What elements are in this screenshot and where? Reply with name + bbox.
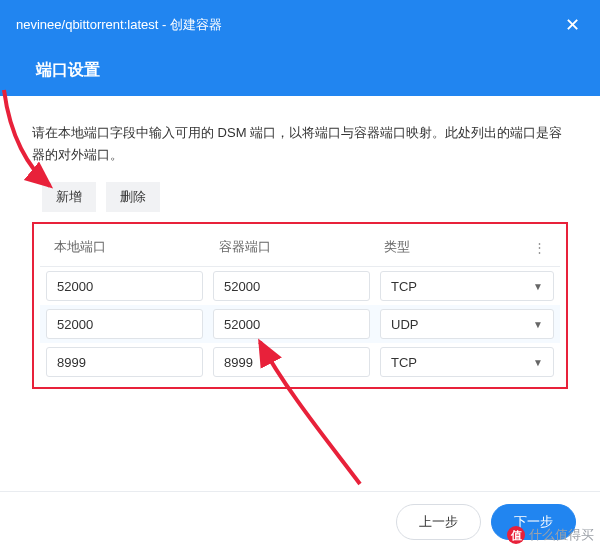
- create-container-modal: nevinee/qbittorrent:latest - 创建容器 ✕ 端口设置…: [0, 0, 600, 552]
- column-header-container[interactable]: 容器端口: [213, 238, 378, 256]
- modal-subtitle: 端口设置: [0, 40, 600, 99]
- close-button[interactable]: ✕: [561, 10, 584, 40]
- modal-title: nevinee/qbittorrent:latest - 创建容器: [16, 16, 222, 34]
- modal-footer: 上一步 下一步: [0, 491, 600, 552]
- type-value: TCP: [391, 279, 417, 294]
- column-header-type[interactable]: 类型: [378, 238, 527, 256]
- close-icon: ✕: [565, 15, 580, 35]
- modal-body: 请在本地端口字段中输入可用的 DSM 端口，以将端口与容器端口映射。此处列出的端…: [0, 96, 600, 389]
- description-text: 请在本地端口字段中输入可用的 DSM 端口，以将端口与容器端口映射。此处列出的端…: [32, 122, 568, 166]
- add-button[interactable]: 新增: [42, 182, 96, 212]
- modal-header: nevinee/qbittorrent:latest - 创建容器 ✕ 端口设置: [0, 0, 600, 96]
- chevron-down-icon: ▼: [533, 357, 543, 368]
- type-select[interactable]: TCP ▼: [380, 347, 554, 377]
- column-header-local[interactable]: 本地端口: [48, 238, 213, 256]
- local-port-input[interactable]: [46, 309, 203, 339]
- table-header-row: 本地端口 容器端口 类型 ⋮: [40, 228, 560, 267]
- type-select[interactable]: TCP ▼: [380, 271, 554, 301]
- chevron-down-icon: ▼: [533, 281, 543, 292]
- container-port-input[interactable]: [213, 309, 370, 339]
- container-port-input[interactable]: [213, 271, 370, 301]
- table-row[interactable]: TCP ▼: [40, 267, 560, 305]
- prev-button[interactable]: 上一步: [396, 504, 481, 540]
- local-port-input[interactable]: [46, 347, 203, 377]
- container-port-input[interactable]: [213, 347, 370, 377]
- delete-button[interactable]: 删除: [106, 182, 160, 212]
- table-row[interactable]: TCP ▼: [40, 343, 560, 381]
- type-value: TCP: [391, 355, 417, 370]
- local-port-input[interactable]: [46, 271, 203, 301]
- table-toolbar: 新增 删除: [32, 182, 568, 212]
- more-icon[interactable]: ⋮: [527, 240, 552, 255]
- next-button[interactable]: 下一步: [491, 504, 576, 540]
- type-select[interactable]: UDP ▼: [380, 309, 554, 339]
- type-value: UDP: [391, 317, 418, 332]
- table-row[interactable]: UDP ▼: [40, 305, 560, 343]
- chevron-down-icon: ▼: [533, 319, 543, 330]
- ports-table: 本地端口 容器端口 类型 ⋮ TCP ▼: [32, 222, 568, 389]
